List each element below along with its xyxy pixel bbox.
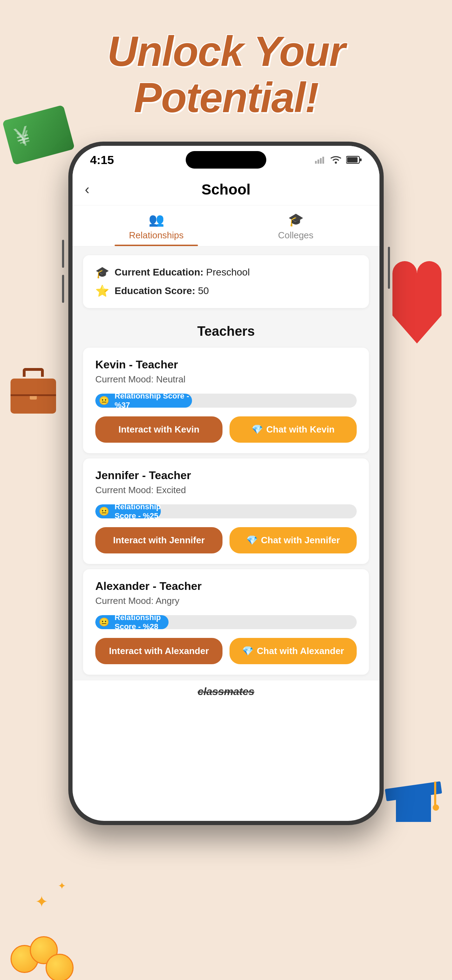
education-icon: 🎓 [95, 266, 109, 279]
phone-mockup: 4:15 [68, 142, 384, 825]
colleges-tab-icon: 🎓 [288, 212, 304, 227]
kevin-interact-button[interactable]: Interact with Kevin [95, 417, 223, 443]
kevin-actions: Interact with Kevin 💎 Chat with Kevin [95, 417, 357, 443]
page-title: School [202, 181, 250, 198]
alexander-chat-button[interactable]: 💎 Chat with Alexander [229, 638, 357, 664]
svg-rect-0 [315, 161, 317, 164]
svg-rect-6 [347, 158, 358, 162]
kevin-mood: Current Mood: Neutral [95, 374, 357, 385]
decoration-briefcase [11, 368, 60, 414]
jennifer-mood: Current Mood: Excited [95, 485, 357, 496]
jennifer-progress-container: 😐 Relationship Score - %25 [95, 504, 357, 519]
score-row: ⭐ Education Score: 50 [95, 284, 357, 298]
alexander-progress-label: Relationship Score - %28 [100, 615, 169, 629]
jennifer-name: Jennifer - Teacher [95, 469, 357, 482]
decoration-heart [392, 274, 449, 326]
signal-icon [315, 156, 326, 164]
score-text: Education Score: 50 [115, 285, 209, 296]
tab-relationships[interactable]: 👥 Relationships [86, 205, 226, 246]
status-icons [315, 155, 362, 164]
content-area: 🎓 Current Education: Preschool ⭐ Educati… [73, 247, 379, 703]
phone-outer: 4:15 [68, 142, 384, 825]
alexander-progress-container: 😐 Relationship Score - %28 [95, 615, 357, 629]
nav-header: ‹ School [73, 174, 379, 205]
svg-rect-1 [317, 159, 319, 164]
jennifer-chat-button[interactable]: 💎 Chat with Jennifer [229, 527, 357, 554]
kevin-progress-emoji: 😐 [99, 396, 109, 406]
status-bar: 4:15 [73, 146, 379, 174]
alexander-progress-bg: 😐 Relationship Score - %28 [95, 615, 357, 629]
volume-down-button [62, 275, 64, 303]
phone-screen: 4:15 [73, 146, 379, 821]
alexander-chat-label: Chat with Alexander [257, 646, 344, 657]
back-button[interactable]: ‹ [85, 181, 89, 197]
alexander-name: Alexander - Teacher [95, 580, 357, 593]
jennifer-chat-label: Chat with Jennifer [261, 535, 340, 546]
svg-rect-7 [360, 158, 361, 161]
education-row: 🎓 Current Education: Preschool [95, 266, 357, 279]
kevin-progress-container: 😐 Relationship Score - %37 [95, 394, 357, 407]
kevin-chat-button[interactable]: 💎 Chat with Kevin [229, 417, 357, 443]
kevin-chat-label: Chat with Kevin [266, 424, 334, 435]
dynamic-island [186, 151, 266, 169]
tab-colleges[interactable]: 🎓 Colleges [226, 205, 366, 246]
jennifer-progress-emoji: 😐 [99, 506, 109, 516]
teachers-section-title: Teachers [73, 317, 379, 342]
kevin-diamond-icon: 💎 [251, 424, 263, 435]
alexander-mood: Current Mood: Angry [95, 595, 357, 606]
alexander-diamond-icon: 💎 [242, 646, 253, 657]
jennifer-diamond-icon: 💎 [246, 535, 258, 546]
jennifer-progress-bg: 😐 Relationship Score - %25 [95, 504, 357, 519]
power-button [388, 247, 390, 289]
svg-rect-2 [320, 158, 321, 164]
hero-title-line2: Potential! [107, 74, 345, 121]
kevin-card: Kevin - Teacher Current Mood: Neutral 😐 … [83, 348, 369, 453]
kevin-progress-bg: 😐 Relationship Score - %37 [95, 394, 357, 407]
jennifer-actions: Interact with Jennifer 💎 Chat with Jenni… [95, 527, 357, 554]
jennifer-progress-fill: 😐 Relationship Score - %25 [95, 504, 161, 519]
svg-point-4 [335, 162, 337, 164]
alexander-card: Alexander - Teacher Current Mood: Angry … [83, 569, 369, 675]
kevin-progress-label: Relationship Score - %37 [100, 394, 192, 407]
wifi-icon [330, 155, 342, 164]
alexander-progress-emoji: 😐 [99, 617, 109, 627]
jennifer-interact-button[interactable]: Interact with Jennifer [95, 527, 223, 554]
jennifer-card: Jennifer - Teacher Current Mood: Excited… [83, 458, 369, 564]
score-icon: ⭐ [95, 284, 109, 298]
colleges-tab-label: Colleges [278, 230, 313, 241]
relationships-tab-label: Relationships [129, 230, 184, 241]
tab-bar: 👥 Relationships 🎓 Colleges [73, 205, 379, 247]
alexander-actions: Interact with Alexander 💎 Chat with Alex… [95, 638, 357, 664]
hero-title-line1: Unlock Your [107, 28, 345, 74]
jennifer-progress-label: Relationship Score - %25 [100, 504, 161, 519]
relationships-tab-icon: 👥 [148, 212, 164, 227]
volume-up-button [62, 240, 64, 268]
status-time: 4:15 [90, 153, 114, 167]
alexander-interact-button[interactable]: Interact with Alexander [95, 638, 223, 664]
app-name: classmates [73, 680, 379, 703]
kevin-name: Kevin - Teacher [95, 358, 357, 371]
svg-rect-3 [322, 157, 324, 164]
decoration-money: ¥ [2, 105, 75, 165]
education-text: Current Education: Preschool [115, 267, 250, 278]
info-card: 🎓 Current Education: Preschool ⭐ Educati… [83, 255, 369, 308]
hero-section: Unlock Your Potential! [107, 28, 345, 121]
alexander-progress-fill: 😐 Relationship Score - %28 [95, 615, 169, 629]
battery-icon [346, 156, 362, 164]
decoration-grad-cap [382, 771, 445, 834]
kevin-progress-fill: 😐 Relationship Score - %37 [95, 394, 192, 407]
